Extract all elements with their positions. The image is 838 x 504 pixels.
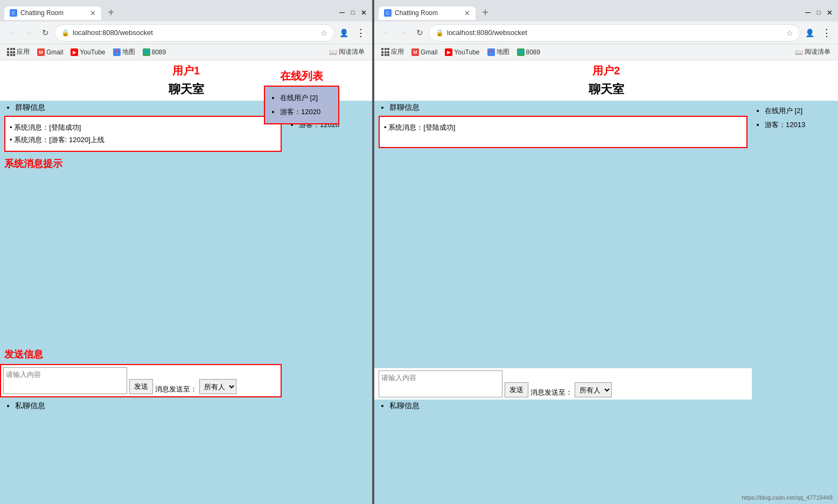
minimize-btn-1[interactable]: ─ [338,8,346,17]
send-to-label-2: 消息发送至： [530,388,572,397]
reading-list-2[interactable]: 📖 阅读清单 [792,46,834,58]
chat-main-2: 群聊信息 • 系统消息：[登陆成功] 发送 消息发送至： [374,101,752,504]
message-box-1: • 系统消息：[登陆成功] • 系统消息：[游客: 12020]上线 [4,116,282,152]
browser-window-2: C Chatting Room ✕ + ─ □ ✕ ← → ↻ 🔒 localh… [374,0,838,504]
new-tab-btn-1[interactable]: + [103,5,118,20]
private-section-1: 私聊信息 [0,400,286,412]
message-input-1[interactable] [3,367,127,394]
group-chat-section-2: 群聊信息 [374,101,752,115]
bookmark-youtube-label-1: YouTube [80,48,105,56]
bookmarks-bar-2: 应用 M Gmail ▶ YouTube 📍 地图 🌐 8089 📖 阅读清单 [374,44,838,60]
account-btn-2[interactable]: 👤 [802,25,817,40]
reload-btn-1[interactable]: ↻ [38,25,53,40]
bookmarks-bar-1: 应用 M Gmail ▶ YouTube 📍 地图 🌐 8089 📖 阅读清单 [0,44,372,60]
send-area-wrapper-1: 发送 消息发送至： 所有人 [0,364,282,397]
url-text-2: localhost:8080/websocket [447,29,783,37]
address-bar-1[interactable]: 🔒 localhost:8080/websocket ☆ [54,24,334,41]
minimize-btn-2[interactable]: ─ [804,8,812,17]
bookmark-apps-label-2: 应用 [391,47,404,57]
back-btn-2[interactable]: ← [379,25,394,40]
send-btn-2[interactable]: 发送 [505,382,528,397]
close-window-btn-2[interactable]: ✕ [825,8,834,17]
nav-bar-1: ← → ↻ 🔒 localhost:8080/websocket ☆ 👤 ⋮ [0,22,372,44]
address-bar-2[interactable]: 🔒 localhost:8080/websocket ☆ [429,24,800,41]
private-label-2: 私聊信息 [389,401,748,411]
bookmark-youtube-label-2: YouTube [454,48,479,56]
chat-spacer-2 [374,149,752,368]
online-sidebar-1: 在线用户 [2] 游客：12020 [286,101,372,504]
message-box-2: • 系统消息：[登陆成功] [379,116,748,148]
forward-btn-1[interactable]: → [21,25,36,40]
online-users-label-2: 在线用户 [2] [765,104,834,118]
lock-icon-2: 🔒 [436,29,444,37]
send-btn-1[interactable]: 发送 [129,379,153,394]
group-chat-label-2: 群聊信息 [389,103,748,113]
bookmark-maps-2[interactable]: 📍 地图 [485,46,512,58]
group-chat-label-1: 群聊信息 [15,103,282,113]
bookmark-youtube-2[interactable]: ▶ YouTube [442,47,482,57]
bookmark-youtube-1[interactable]: ▶ YouTube [68,47,108,57]
back-btn-1[interactable]: ← [4,25,19,40]
bookmark-gmail-label-1: Gmail [46,48,63,56]
chat-body-1: 群聊信息 • 系统消息：[登陆成功] • 系统消息：[游客: 12020]上线 … [0,101,372,504]
reading-list-label-2: 阅读清单 [805,47,830,57]
message-input-2[interactable] [379,370,502,397]
popup-online-guest: 游客：12020 [280,105,332,119]
page-content-1: 用户1 聊天室 群聊信息 • 系统消息：[登陆成功] • 系统 [0,60,372,504]
online-list-annotation: 在线列表 在线用户 [2] 游客：12020 [264,69,339,124]
bookmark-8089-label-2: 8089 [526,48,541,56]
online-sidebar-2: 在线用户 [2] 游客：12013 [752,101,838,504]
bookmark-apps-label-1: 应用 [17,47,30,57]
popup-online-users: 在线用户 [2] [280,91,332,105]
tab-favicon-2: C [384,9,392,17]
bookmark-apps-2[interactable]: 应用 [379,46,407,58]
url-text-1: localhost:8080/websocket [73,29,317,37]
online-list-annotation-text: 在线列表 [264,69,339,83]
bookmark-gmail-1[interactable]: M Gmail [34,47,66,57]
online-list-box: 在线用户 [2] 游客：12020 [264,86,339,124]
close-window-btn-1[interactable]: ✕ [359,8,368,17]
msg-1-2: • 系统消息：[游客: 12020]上线 [10,134,276,146]
online-user-guest-2: 游客：12013 [765,118,834,132]
maximize-btn-2[interactable]: □ [814,8,823,17]
reload-btn-2[interactable]: ↻ [412,25,427,40]
reading-list-1[interactable]: 📖 阅读清单 [326,46,368,58]
account-btn-1[interactable]: 👤 [336,25,351,40]
tab-close-2[interactable]: ✕ [464,9,470,17]
new-tab-btn-2[interactable]: + [478,5,493,20]
bookmark-maps-label-1: 地图 [122,47,135,57]
private-section-2: 私聊信息 [374,400,752,412]
private-label-1: 私聊信息 [15,401,282,411]
tab-title-1: Chatting Room [20,9,87,17]
watermark: https://blog.csdn.net/qq_47719449 [742,494,833,501]
tab-1[interactable]: C Chatting Room ✕ [4,6,101,20]
more-btn-1[interactable]: ⋮ [353,25,368,40]
bookmark-maps-1[interactable]: 📍 地图 [110,46,138,58]
bookmark-apps-1[interactable]: 应用 [4,46,32,58]
tab-close-1[interactable]: ✕ [90,9,96,17]
chat-main-1: 群聊信息 • 系统消息：[登陆成功] • 系统消息：[游客: 12020]上线 … [0,101,286,504]
send-area-2: 发送 消息发送至： 所有人 [374,368,752,400]
more-btn-2[interactable]: ⋮ [819,25,834,40]
bookmark-8089-2[interactable]: 🌐 8089 [514,47,543,57]
user-label-2: 用户2 [374,60,838,79]
maximize-btn-1[interactable]: □ [348,8,357,17]
send-to-select-2[interactable]: 所有人 [575,382,612,397]
bookmark-gmail-2[interactable]: M Gmail [409,47,440,57]
bookmark-8089-label-1: 8089 [152,48,166,56]
msg-1-1: • 系统消息：[登陆成功] [10,121,276,134]
forward-btn-2[interactable]: → [395,25,410,40]
chat-body-2: 群聊信息 • 系统消息：[登陆成功] 发送 消息发送至： [374,101,838,504]
send-to-select-1[interactable]: 所有人 [199,379,236,394]
send-to-label-1: 消息发送至： [155,384,197,394]
bookmark-8089-1[interactable]: 🌐 8089 [140,47,169,57]
tab-2[interactable]: C Chatting Room ✕ [379,6,476,20]
title-bar-1: C Chatting Room ✕ + ─ □ ✕ [0,0,372,22]
star-icon-1[interactable]: ☆ [320,29,327,37]
chat-title-2: 聊天室 [374,79,838,101]
bookmark-gmail-label-2: Gmail [421,48,437,56]
chat-spacer-1 [0,172,286,346]
reading-list-label-1: 阅读清单 [339,47,365,57]
star-icon-2[interactable]: ☆ [786,29,793,37]
tab-favicon-1: C [10,9,17,17]
